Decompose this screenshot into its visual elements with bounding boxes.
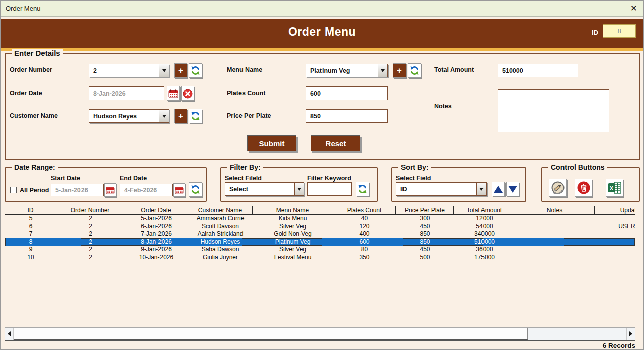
column-header-plates_count[interactable]: Plates Count bbox=[333, 206, 396, 214]
cell-customer_name: Giulia Joyner bbox=[188, 254, 253, 262]
sort-descending-button[interactable] bbox=[506, 182, 519, 196]
calendar-icon bbox=[168, 89, 178, 98]
refresh-order-number-button[interactable] bbox=[189, 63, 202, 78]
menu-name-label: Menu Name bbox=[227, 66, 262, 73]
refresh-customer-button[interactable] bbox=[189, 109, 202, 123]
cell-order_number: 2 bbox=[56, 246, 124, 254]
orders-table: IDOrder NumberOrder DateCustomer NameMen… bbox=[5, 206, 635, 341]
price-per-plate-label: Price Per Plate bbox=[227, 112, 271, 119]
chevron-down-icon[interactable] bbox=[159, 64, 169, 77]
page-title: Order Menu bbox=[1, 25, 643, 39]
id-field[interactable]: 8 bbox=[603, 24, 636, 38]
end-date-calendar-button[interactable] bbox=[173, 183, 185, 197]
records-count: 6 Records bbox=[603, 342, 635, 349]
cell-order_date: 8-Jan-2026 bbox=[124, 238, 188, 246]
column-header-order_date[interactable]: Order Date bbox=[124, 206, 188, 214]
scrollbar-thumb[interactable] bbox=[14, 328, 528, 340]
order-number-combobox[interactable]: 2 bbox=[89, 64, 169, 77]
chevron-down-icon[interactable] bbox=[294, 183, 304, 195]
total-amount-field[interactable] bbox=[498, 64, 578, 77]
date-range-legend: Date Range: bbox=[12, 163, 58, 171]
order-date-label: Order Date bbox=[10, 90, 42, 97]
order-number-label: Order Number bbox=[10, 66, 52, 73]
column-header-price_per_plate[interactable]: Price Per Plate bbox=[396, 206, 454, 214]
menu-name-combobox[interactable]: Platinum Veg bbox=[306, 64, 388, 77]
delete-button[interactable] bbox=[575, 179, 592, 197]
submit-button[interactable]: Submit bbox=[247, 135, 296, 151]
column-header-id[interactable]: ID bbox=[5, 206, 56, 214]
cell-order_number: 2 bbox=[56, 230, 124, 238]
order-date-calendar-button[interactable] bbox=[167, 86, 180, 101]
table-row[interactable]: 727-Jan-2026Aairah StricklandGold Non-Ve… bbox=[5, 230, 635, 238]
cell-price_per_plate: 450 bbox=[396, 223, 454, 231]
add-customer-button[interactable]: + bbox=[174, 109, 187, 123]
filter-keyword-field[interactable] bbox=[307, 182, 352, 196]
column-header-menu_name[interactable]: Menu Name bbox=[253, 206, 333, 214]
table-row[interactable]: 525-Jan-2026Ammaarah CurrieKids Menu4030… bbox=[5, 215, 635, 223]
table-row[interactable]: 828-Jan-2026Hudson ReyesPlatinum Veg6008… bbox=[5, 238, 635, 246]
cell-total_amount: 340000 bbox=[454, 230, 515, 238]
cell-price_per_plate: 450 bbox=[396, 246, 454, 254]
total-amount-label: Total Amount bbox=[434, 66, 474, 73]
export-excel-button[interactable]: X bbox=[606, 179, 623, 197]
chevron-down-icon[interactable] bbox=[159, 110, 169, 122]
cell-total_amount: 12000 bbox=[454, 215, 515, 223]
notes-field[interactable] bbox=[498, 89, 609, 132]
table-body: 525-Jan-2026Ammaarah CurrieKids Menu4030… bbox=[5, 215, 635, 261]
start-date-label: Start Date bbox=[51, 174, 80, 182]
sort-field-combobox[interactable]: ID bbox=[396, 182, 487, 196]
cell-order_number: 2 bbox=[56, 254, 124, 262]
cell-menu_name: Silver Veg bbox=[253, 223, 333, 231]
plates-count-field[interactable] bbox=[306, 86, 388, 100]
table-row[interactable]: 10210-Jan-2026Giulia JoynerFestival Menu… bbox=[5, 254, 635, 262]
start-date-field[interactable] bbox=[51, 184, 104, 196]
horizontal-scrollbar[interactable] bbox=[5, 327, 635, 340]
customer-name-value: Hudson Reyes bbox=[89, 113, 159, 120]
plates-count-label: Plates Count bbox=[227, 90, 265, 97]
cell-id: 9 bbox=[5, 246, 56, 254]
id-label: ID bbox=[592, 29, 598, 36]
scroll-right-button[interactable] bbox=[626, 328, 635, 340]
sort-down-icon bbox=[508, 186, 517, 193]
filter-select-field-label: Select Fileld bbox=[225, 174, 262, 182]
cell-notes bbox=[515, 223, 595, 231]
column-header-total_amount[interactable]: Total Amount bbox=[454, 206, 515, 214]
reset-button[interactable]: Reset bbox=[311, 135, 360, 151]
column-header-update[interactable]: Update bbox=[595, 206, 635, 214]
apply-filter-button[interactable] bbox=[356, 182, 369, 196]
filter-field-combobox[interactable]: Select bbox=[225, 182, 304, 196]
order-date-field[interactable] bbox=[89, 86, 164, 100]
notes-label: Notes bbox=[434, 103, 452, 110]
column-header-notes[interactable]: Notes bbox=[515, 206, 595, 214]
start-date-calendar-button[interactable] bbox=[104, 183, 116, 197]
clear-order-date-button[interactable] bbox=[181, 86, 194, 101]
add-order-number-button[interactable]: + bbox=[174, 63, 187, 78]
close-icon[interactable]: ✕ bbox=[630, 4, 637, 14]
chevron-down-icon[interactable] bbox=[476, 183, 486, 195]
chevron-down-icon[interactable] bbox=[378, 64, 387, 77]
cell-total_amount: 54000 bbox=[454, 223, 515, 231]
cell-order_number: 2 bbox=[56, 223, 124, 231]
svg-text:X: X bbox=[609, 185, 613, 191]
sort-ascending-button[interactable] bbox=[492, 182, 505, 196]
cell-price_per_plate: 500 bbox=[396, 254, 454, 262]
cell-order_date: 6-Jan-2026 bbox=[124, 223, 188, 231]
refresh-date-range-button[interactable] bbox=[189, 182, 202, 197]
all-period-checkbox[interactable] bbox=[10, 187, 17, 193]
cell-price_per_plate: 850 bbox=[396, 238, 454, 246]
table-row[interactable]: 929-Jan-2026Saba DawsonSilver Veg8045036… bbox=[5, 246, 635, 254]
cell-price_per_plate: 300 bbox=[396, 215, 454, 223]
cell-update: USER N bbox=[595, 223, 635, 231]
add-menu-button[interactable]: + bbox=[393, 63, 406, 78]
price-per-plate-field[interactable] bbox=[306, 109, 388, 123]
table-row[interactable]: 626-Jan-2026Scott DavisonSilver Veg12045… bbox=[5, 223, 635, 231]
edit-button[interactable] bbox=[549, 179, 567, 197]
scroll-left-button[interactable] bbox=[5, 328, 14, 340]
refresh-menu-button[interactable] bbox=[408, 63, 421, 78]
cell-customer_name: Scott Davison bbox=[188, 223, 253, 231]
customer-name-combobox[interactable]: Hudson Reyes bbox=[89, 109, 169, 123]
column-header-order_number[interactable]: Order Number bbox=[56, 206, 124, 214]
cell-plates_count: 400 bbox=[333, 230, 396, 238]
end-date-field[interactable] bbox=[120, 184, 173, 196]
column-header-customer_name[interactable]: Customer Name bbox=[188, 206, 253, 214]
